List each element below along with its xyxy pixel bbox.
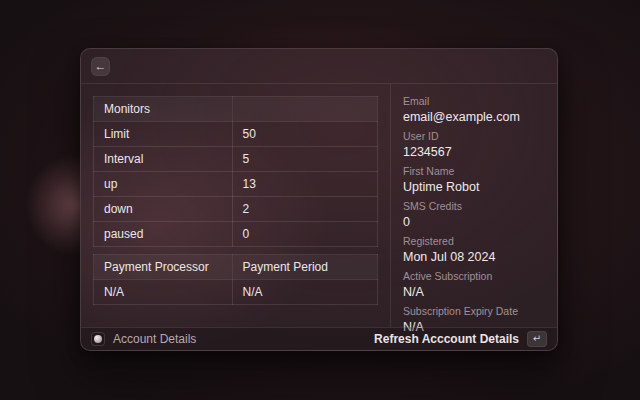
meta-value: N/A (403, 285, 545, 300)
enter-key-button[interactable]: ↵ (527, 331, 547, 347)
meta-label: SMS Credits (403, 200, 545, 212)
monitors-table: Monitors Limit 50 Interval 5 up (93, 96, 378, 247)
meta-item-email: Email email@example.com (403, 95, 545, 125)
row-key: Limit (94, 122, 233, 147)
meta-label: Subscription Expiry Date (403, 305, 545, 317)
table-header-row: Monitors (94, 97, 378, 122)
meta-label: First Name (403, 165, 545, 177)
row-key: Interval (94, 147, 233, 172)
meta-label: Email (403, 95, 545, 107)
table-row: Interval 5 (94, 147, 378, 172)
row-value: N/A (232, 280, 377, 305)
extension-icon (91, 332, 105, 346)
payment-table: Payment Processor Payment Period N/A N/A (93, 254, 378, 305)
row-value: 13 (232, 172, 377, 197)
monitors-header-cell: Monitors (94, 97, 233, 122)
enter-key-icon: ↵ (533, 334, 541, 344)
back-arrow-icon: ← (95, 60, 107, 72)
window-body: Monitors Limit 50 Interval 5 up (81, 84, 557, 327)
row-key: up (94, 172, 233, 197)
meta-value: Uptime Robot (403, 180, 545, 195)
meta-value: Mon Jul 08 2024 (403, 250, 545, 265)
meta-value: 0 (403, 215, 545, 230)
meta-item-user-id: User ID 1234567 (403, 130, 545, 160)
meta-item-first-name: First Name Uptime Robot (403, 165, 545, 195)
row-key: down (94, 197, 233, 222)
view-title: Account Details (113, 332, 196, 346)
meta-item-registered: Registered Mon Jul 08 2024 (403, 235, 545, 265)
action-bar: Account Details Refresh Acccount Details… (81, 327, 557, 350)
uptime-robot-disc-icon (94, 335, 102, 343)
meta-item-active-subscription: Active Subscription N/A (403, 270, 545, 300)
back-button[interactable]: ← (91, 57, 110, 76)
main-content: Monitors Limit 50 Interval 5 up (81, 84, 390, 327)
meta-label: Registered (403, 235, 545, 247)
row-value: 0 (232, 222, 377, 247)
table-header-row: Payment Processor Payment Period (94, 255, 378, 280)
row-value: 2 (232, 197, 377, 222)
table-row: paused 0 (94, 222, 378, 247)
row-value: 5 (232, 147, 377, 172)
monitors-header-empty-cell (232, 97, 377, 122)
meta-label: Active Subscription (403, 270, 545, 282)
table-row: down 2 (94, 197, 378, 222)
refresh-account-details-button[interactable]: Refresh Acccount Details (374, 332, 519, 346)
row-key: paused (94, 222, 233, 247)
row-value: N/A (94, 280, 233, 305)
meta-item-sms-credits: SMS Credits 0 (403, 200, 545, 230)
meta-value: email@example.com (403, 110, 545, 125)
table-row: up 13 (94, 172, 378, 197)
window-header: ← (81, 49, 557, 84)
metadata-panel: Email email@example.com User ID 1234567 … (390, 84, 557, 327)
meta-value: 1234567 (403, 145, 545, 160)
payment-period-header-cell: Payment Period (232, 255, 377, 280)
payment-processor-header-cell: Payment Processor (94, 255, 233, 280)
table-row: N/A N/A (94, 280, 378, 305)
meta-label: User ID (403, 130, 545, 142)
row-value: 50 (232, 122, 377, 147)
table-row: Limit 50 (94, 122, 378, 147)
account-details-window: ← Monitors Limit 50 Interval (80, 48, 558, 351)
